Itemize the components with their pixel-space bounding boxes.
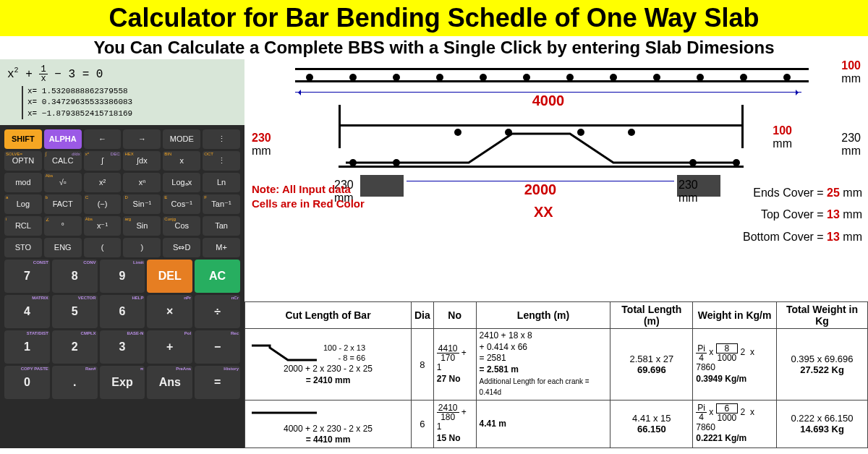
rebar-dot [349,159,357,166]
key-[interactable]: ∠° [44,216,82,236]
top-slab-bar [295,68,809,82]
rebar-dot [393,74,400,81]
length-cell: 2410 + 18 x 8+ 0.414 x 66= 2581= 2.581 m… [476,329,610,401]
page-title: Calculator for Bar Bending Schedle of On… [0,0,868,36]
key-x[interactable]: BINx [163,151,200,171]
rebar-dot [306,74,313,81]
rebar-dot [610,74,617,81]
key-[interactable]: Abs√▫ [44,173,82,192]
rebar-dot [436,74,443,81]
key-6[interactable]: HELP6 [100,295,145,328]
key-exp[interactable]: πExp [100,366,145,399]
key-tan[interactable]: Tan [203,216,240,236]
rebar-dot [454,129,461,136]
key-shift[interactable]: SHIFT [4,129,42,149]
rebar-dot [566,74,574,81]
no-cell: 2410180 + 115 No [433,400,476,447]
diagram-and-table: 100mm 4000 230mm 100mm 230mm 230mm 2000 … [244,59,868,448]
key-[interactable]: History= [195,366,240,399]
key-mod[interactable]: mod [4,173,42,192]
key-3[interactable]: BASE-N3 [100,330,145,364]
section-mark-xx: XX [534,204,553,220]
key-mode[interactable]: MODE [163,129,200,149]
key-log[interactable]: aLog [4,194,42,214]
key-sto[interactable]: STO [4,238,42,257]
key-x[interactable]: xⁿ [123,173,161,192]
support-width-right: 230mm [678,179,698,205]
key-[interactable]: ⋮ [203,129,240,149]
support-left [360,175,404,197]
key-2[interactable]: CMPLX2 [52,330,98,364]
key-[interactable]: ) [123,238,161,257]
key-[interactable]: → [123,129,161,149]
table-row: 4000 + 2 x 230 - 2 x 25= 4410 mm62410180… [245,400,868,447]
key-cos[interactable]: ConjgCos [163,216,200,236]
key-7[interactable]: CONST7 [4,260,50,293]
key-del[interactable]: DEL [147,260,192,293]
dimension-4000: 4000 [295,92,801,109]
key-sd[interactable]: S⇔D [163,238,200,257]
rebar-dot [733,159,740,166]
key-4[interactable]: MATRIX4 [4,295,50,328]
key-[interactable]: nPr× [147,295,192,328]
col-header: Total Weight in Kg [777,302,868,329]
table-row: 100 - 2 x 13- 8 = 662000 + 2 x 230 - 2 x… [245,329,868,401]
key-rcl[interactable]: iRCL [4,216,42,236]
weight-cell: Pi4 x 61000 2 x 78600.2221 Kg/m [693,400,777,447]
key-eng[interactable]: ENG [44,238,82,257]
key-5[interactable]: VECTOR5 [52,295,98,328]
key-[interactable]: Pol+ [147,330,192,364]
key-m[interactable]: M+ [203,238,240,257]
key-[interactable]: ( [84,238,122,257]
key-1[interactable]: STAT/DIST1 [4,330,50,364]
key-calc[interactable]: ∫d/dxCALC [44,151,82,171]
key-ans[interactable]: PreAnsAns [147,366,192,399]
dimension-2000: 2000 [407,181,674,198]
dia-cell: 6 [412,400,434,447]
dim-230-left: 230mm [252,132,271,158]
key-[interactable]: C(−) [84,194,122,214]
rebar-dot [740,74,747,81]
key-[interactable]: nCr÷ [195,295,240,328]
rebar-dot [783,74,791,81]
dim-100-inner: 100mm [773,124,792,150]
key-cos[interactable]: ECos⁻¹ [163,194,200,214]
main-content: x2 + 1x − 3 = 0 x= 1.5320888862379558x= … [0,59,868,448]
cut-length-cell: 100 - 2 x 13- 8 = 662000 + 2 x 230 - 2 x… [245,329,412,401]
input-note: Note: All Input dataCells are in Red Col… [252,182,365,210]
beam-section [339,124,744,168]
crank-bar-icon [248,342,320,364]
key-x[interactable]: x² [84,173,122,192]
key-sin[interactable]: DSin⁻¹ [123,194,161,214]
key-ac[interactable]: AC [195,260,240,293]
key-logx[interactable]: Logₐx [163,173,200,192]
rebar-dot [689,159,697,166]
rebar-dot [523,74,530,81]
weight-cell: Pi4 x 81000 2 x 78600.3949 Kg/m [693,329,777,401]
scientific-calculator: x2 + 1x − 3 = 0 x= 1.5320888862379558x= … [0,59,244,448]
key-optn[interactable]: SOLVE=OPTN [4,151,42,171]
key-[interactable]: Ran#. [52,366,98,399]
rebar-dot [653,74,660,81]
key-0[interactable]: COPY PASTE0 [4,366,50,399]
key-[interactable]: ← [84,129,122,149]
bbs-table: Cut Length of BarDiaNoLength (m)Total Le… [244,301,868,448]
equation-display: x2 + 1x − 3 = 0 [7,65,237,83]
key-9[interactable]: Limit9 [100,260,145,293]
col-header: Cut Length of Bar [245,302,412,329]
key-tan[interactable]: FTan⁻¹ [203,194,240,214]
key-fact[interactable]: bFACT [44,194,82,214]
calculator-keypad: SHIFTALPHA←→MODE⋮SOLVE=OPTN∫d/dxCALCx³DE… [0,125,244,448]
key-ln[interactable]: Ln [203,173,240,192]
key-sin[interactable]: argSin [123,216,161,236]
key-alpha[interactable]: ALPHA [44,129,82,149]
key-dx[interactable]: HEX∫dx [123,151,161,171]
total-weight-cell: 0.395 x 69.69627.522 Kg [777,329,868,401]
key-[interactable]: x³DEC∫ [84,151,122,171]
dia-cell: 8 [412,329,434,401]
rebar-dot [480,74,487,81]
key-8[interactable]: CONV8 [52,260,98,293]
key-x[interactable]: Absx⁻¹ [84,216,122,236]
key-[interactable]: OCT⋮ [203,151,240,171]
key-[interactable]: Rec− [195,330,240,364]
